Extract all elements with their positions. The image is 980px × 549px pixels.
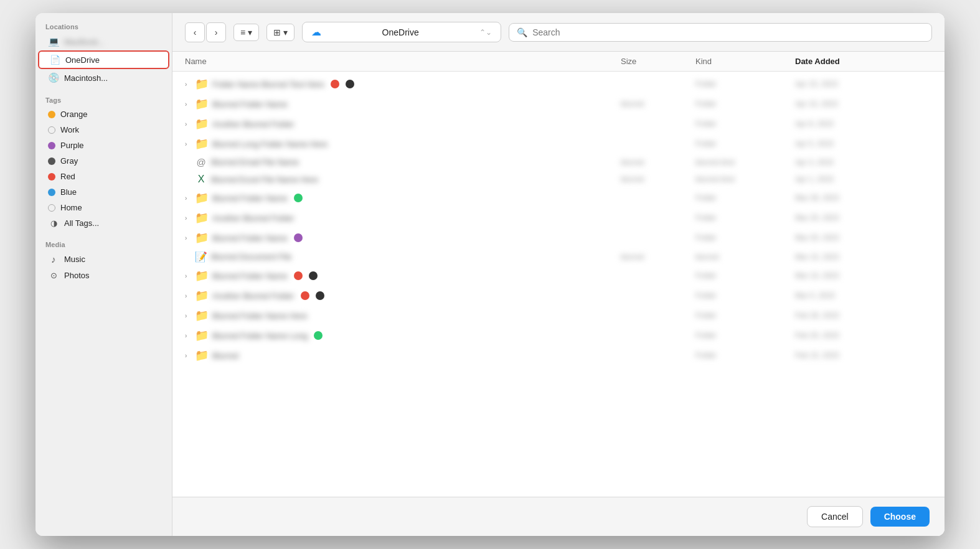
table-row[interactable]: 📝 Blurred Document File blurred blurred …	[172, 248, 945, 266]
folder-icon: 📁	[195, 97, 209, 111]
sidebar-item-red[interactable]: Red	[38, 169, 169, 184]
file-kind: Folder	[695, 291, 795, 300]
excel-icon: X	[195, 174, 207, 185]
expand-icon: ›	[185, 81, 191, 88]
sidebar-item-label: Purple	[60, 141, 84, 150]
table-row[interactable]: › 📁 Another Blurred Folder Folder Mar 5,…	[172, 286, 945, 306]
file-name: Blurred Long Folder Name Here	[212, 139, 327, 149]
grid-view-button[interactable]: ⊞ ▾	[266, 24, 294, 41]
forward-button[interactable]: ›	[206, 22, 226, 42]
expand-icon: ›	[185, 101, 191, 108]
table-row[interactable]: › 📁 Blurred Long Folder Name Here Folder…	[172, 134, 945, 154]
file-name: Blurred Folder Name	[212, 271, 288, 281]
sidebar-section-media: Media	[35, 241, 172, 251]
search-input[interactable]	[532, 27, 924, 37]
purple-dot	[48, 142, 55, 149]
expand-icon: ›	[185, 141, 191, 148]
search-bar[interactable]: 🔍	[509, 23, 932, 42]
green-tag-badge	[294, 194, 303, 202]
expand-icon: ›	[185, 215, 191, 222]
sidebar-item-blue[interactable]: Blue	[38, 184, 169, 200]
location-chevron-icon: ⌃⌄	[479, 28, 492, 37]
sidebar-item-label: Orange	[60, 110, 87, 119]
sidebar-item-home[interactable]: Home	[38, 200, 169, 215]
cloud-icon: ☁	[311, 26, 321, 38]
cancel-button[interactable]: Cancel	[807, 506, 863, 527]
file-kind: Folder	[695, 331, 795, 340]
file-name: Folder Name Blurred Text Here	[212, 80, 324, 89]
gray-dot	[48, 157, 55, 165]
computer-icon: 💻	[48, 36, 59, 47]
green-tag-badge	[314, 331, 323, 340]
choose-button[interactable]: Choose	[870, 507, 930, 527]
file-kind: blurred kind	[695, 158, 795, 167]
file-name: Blurred Email File Name	[211, 157, 299, 167]
column-kind[interactable]: Kind	[695, 57, 795, 66]
folder-icon: 📁	[195, 349, 209, 362]
table-row[interactable]: › 📁 Blurred Folder Name blurred Folder A…	[172, 94, 945, 114]
sidebar: Locations 💻 MacBook... 📄 OneDrive 💿 Maci…	[35, 13, 172, 536]
file-date: Apr 8, 2023	[795, 120, 932, 128]
list-view-button[interactable]: ≡ ▾	[233, 24, 259, 41]
table-row[interactable]: › 📁 Blurred Folder Name Folder Mar 20, 2…	[172, 228, 945, 248]
file-name: Blurred Folder Name	[212, 100, 288, 109]
table-row[interactable]: › 📁 Another Blurred Folder Folder Apr 8,…	[172, 114, 945, 134]
location-bar[interactable]: ☁ OneDrive ⌃⌄	[302, 22, 501, 42]
sidebar-item-orange[interactable]: Orange	[38, 106, 169, 122]
table-row[interactable]: › 📁 Blurred Folder Name Long Folder Feb …	[172, 326, 945, 345]
column-size[interactable]: Size	[621, 57, 695, 66]
table-row[interactable]: › 📁 Blurred Folder Name Folder Mar 28, 2…	[172, 188, 945, 208]
expand-icon: ›	[185, 293, 191, 299]
file-name: Another Blurred Folder	[212, 120, 294, 129]
home-dot	[48, 204, 55, 212]
sidebar-item-macintosh[interactable]: 💿 Macintosh...	[38, 69, 169, 87]
file-kind: Folder	[695, 233, 795, 242]
sidebar-item-gray[interactable]: Gray	[38, 153, 169, 169]
sidebar-item-work[interactable]: Work	[38, 122, 169, 138]
back-button[interactable]: ‹	[185, 22, 205, 42]
file-date: Apr 5, 2023	[795, 139, 932, 148]
table-row[interactable]: › 📁 Folder Name Blurred Text Here Folder…	[172, 74, 945, 94]
table-row[interactable]: @ Blurred Email File Name blurred blurre…	[172, 154, 945, 171]
table-row[interactable]: › 📁 Another Blurred Folder Folder Mar 25…	[172, 208, 945, 228]
toolbar: ‹ › ≡ ▾ ⊞ ▾ ☁ OneDrive ⌃⌄ 🔍	[172, 13, 945, 52]
sidebar-item-label: All Tags...	[64, 218, 99, 228]
sidebar-item-all-tags[interactable]: ◑ All Tags...	[38, 215, 169, 231]
sidebar-item-onedrive[interactable]: 📄 OneDrive	[38, 50, 169, 69]
expand-icon: ›	[185, 273, 191, 279]
dropdown-arrow: ▾	[248, 27, 252, 37]
red-tag-badge	[294, 271, 303, 280]
nav-button-group: ‹ ›	[185, 22, 226, 42]
expand-icon: ›	[185, 121, 191, 128]
main-panel: ‹ › ≡ ▾ ⊞ ▾ ☁ OneDrive ⌃⌄ 🔍 N	[172, 13, 945, 536]
sidebar-item-computer[interactable]: 💻 MacBook...	[38, 33, 169, 50]
sidebar-item-purple[interactable]: Purple	[38, 138, 169, 153]
file-kind: blurred kind	[695, 175, 795, 184]
file-size: blurred	[621, 253, 695, 261]
sidebar-item-photos[interactable]: ⊙ Photos	[38, 268, 169, 283]
file-name: Blurred Excel File Name Here	[211, 175, 318, 184]
column-name[interactable]: Name	[185, 57, 621, 66]
file-size: blurred	[621, 100, 695, 108]
file-name: Blurred Folder Name	[212, 194, 288, 203]
file-name: Another Blurred Folder	[212, 214, 294, 223]
file-name: Blurred	[212, 351, 238, 360]
column-date-added[interactable]: Date Added	[795, 57, 932, 66]
disk-icon: 💿	[48, 72, 59, 83]
table-row[interactable]: X Blurred Excel File Name Here blurred b…	[172, 171, 945, 188]
expand-icon: ›	[185, 312, 191, 319]
table-row[interactable]: › 📁 Blurred Folder Name Folder Mar 10, 2…	[172, 266, 945, 286]
table-row[interactable]: › 📁 Blurred Folder Feb 15, 2023	[172, 345, 945, 365]
file-date: Feb 15, 2023	[795, 351, 932, 360]
sidebar-item-music[interactable]: ♪ Music	[38, 251, 169, 268]
file-name: Blurred Folder Name Here	[212, 311, 307, 321]
file-date: Feb 28, 2023	[795, 311, 932, 320]
dark-tag-badge	[309, 271, 318, 280]
file-name: Another Blurred Folder	[212, 291, 294, 301]
purple-tag-badge	[294, 233, 303, 242]
file-kind: Folder	[695, 120, 795, 128]
red-tag-badge	[301, 291, 309, 300]
file-list: › 📁 Folder Name Blurred Text Here Folder…	[172, 72, 945, 497]
table-row[interactable]: › 📁 Blurred Folder Name Here Folder Feb …	[172, 306, 945, 326]
folder-icon: 📁	[195, 211, 209, 225]
